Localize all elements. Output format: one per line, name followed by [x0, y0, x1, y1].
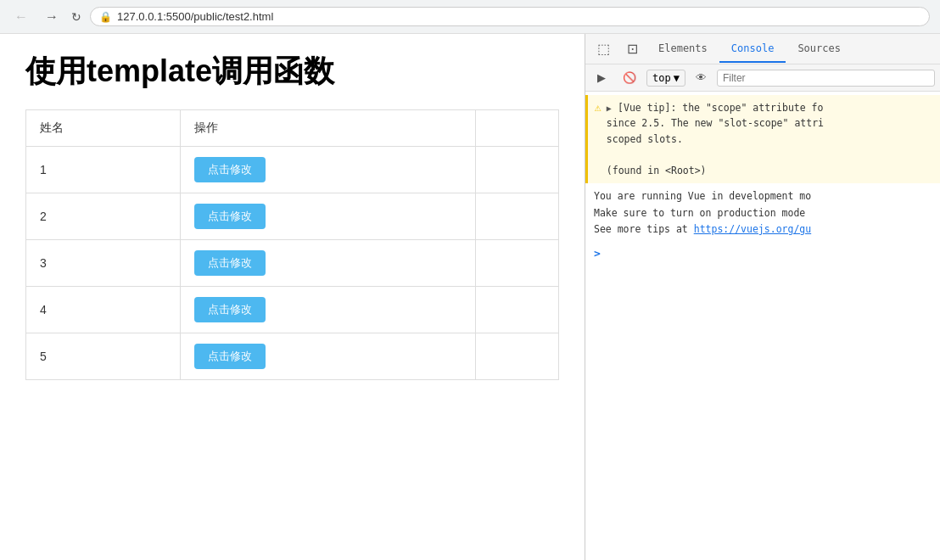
clear-console-button[interactable]: ▶ — [590, 68, 613, 87]
expand-arrow[interactable]: ▶ — [607, 104, 612, 113]
edit-button-2[interactable]: 点击修改 — [194, 204, 266, 229]
edit-button-4[interactable]: 点击修改 — [194, 297, 266, 322]
vuejs-link[interactable]: https://vuejs.org/gu — [694, 223, 811, 235]
tab-sources[interactable]: Sources — [786, 36, 853, 63]
url-text: 127.0.0.1:5500/public/test2.html — [117, 10, 273, 23]
info-line1: You are running Vue in development mo — [594, 190, 811, 202]
row-id-cell: 5 — [26, 333, 181, 380]
console-info-block: You are running Vue in development mo Ma… — [585, 183, 940, 244]
row-empty-cell — [475, 147, 558, 193]
row-id-cell: 2 — [26, 193, 181, 240]
tab-elements[interactable]: Elements — [646, 36, 719, 63]
page-title: 使用template调用函数 — [25, 51, 559, 92]
devtools-panel: ⬚ ⊡ Elements Console Sources ▶ 🚫 top ▼ 👁… — [585, 34, 940, 560]
back-button[interactable]: ← — [10, 8, 32, 26]
row-id-cell: 3 — [26, 240, 181, 287]
tab-console[interactable]: Console — [719, 36, 786, 63]
data-table: 姓名 操作 1点击修改2点击修改3点击修改4点击修改5点击修改 — [25, 109, 559, 380]
table-row: 3点击修改 — [26, 240, 559, 287]
row-empty-cell — [475, 333, 558, 380]
warning-icon: ⚠ — [595, 101, 601, 114]
row-id-cell: 1 — [26, 147, 181, 193]
edit-button-3[interactable]: 点击修改 — [194, 250, 266, 276]
context-label: top — [652, 72, 671, 84]
inspect-element-button[interactable]: ⬚ — [589, 34, 618, 64]
console-warning-block: ⚠ ▶ [Vue tip]: the "scope" attribute fo … — [585, 95, 940, 183]
info-line3: See more tips at — [594, 223, 694, 235]
refresh-button[interactable]: ↻ — [71, 10, 81, 24]
devtools-tabs: ⬚ ⊡ Elements Console Sources — [585, 34, 940, 64]
context-selector[interactable]: top ▼ — [646, 70, 685, 87]
col-empty-header — [475, 110, 558, 147]
table-row: 1点击修改 — [26, 147, 559, 193]
browser-chrome: ← → ↻ 🔒 127.0.0.1:5500/public/test2.html — [0, 0, 940, 34]
content-area: 使用template调用函数 姓名 操作 1点击修改2点击修改3点击修改4点击修… — [0, 34, 940, 560]
table-row: 2点击修改 — [26, 193, 559, 240]
console-prompt[interactable]: > — [585, 244, 940, 263]
row-action-cell: 点击修改 — [180, 287, 475, 333]
console-filter-input[interactable] — [717, 70, 935, 87]
page-content: 使用template调用函数 姓名 操作 1点击修改2点击修改3点击修改4点击修… — [0, 34, 585, 560]
forward-button[interactable]: → — [41, 8, 63, 26]
row-empty-cell — [475, 240, 558, 287]
info-line2: Make sure to turn on production mode — [594, 207, 805, 219]
row-empty-cell — [475, 193, 558, 240]
row-action-cell: 点击修改 — [180, 333, 475, 380]
device-toolbar-button[interactable]: ⊡ — [618, 34, 646, 64]
warning-text-line1: [Vue tip]: the "scope" attribute fo sinc… — [607, 102, 824, 176]
lock-icon: 🔒 — [99, 11, 112, 23]
table-header-row: 姓名 操作 — [26, 110, 559, 147]
context-dropdown-icon: ▼ — [674, 72, 680, 84]
row-action-cell: 点击修改 — [180, 240, 475, 287]
edit-button-5[interactable]: 点击修改 — [194, 344, 266, 369]
table-row: 4点击修改 — [26, 287, 559, 333]
edit-button-1[interactable]: 点击修改 — [194, 157, 266, 182]
row-id-cell: 4 — [26, 287, 181, 333]
block-button[interactable]: 🚫 — [616, 68, 643, 87]
col-action-header: 操作 — [180, 110, 475, 147]
row-empty-cell — [475, 287, 558, 333]
row-action-cell: 点击修改 — [180, 193, 475, 240]
table-row: 5点击修改 — [26, 333, 559, 380]
row-action-cell: 点击修改 — [180, 147, 475, 193]
console-output: ⚠ ▶ [Vue tip]: the "scope" attribute fo … — [585, 92, 940, 560]
address-bar[interactable]: 🔒 127.0.0.1:5500/public/test2.html — [90, 7, 930, 26]
eye-button[interactable]: 👁 — [689, 68, 713, 87]
devtools-toolbar: ▶ 🚫 top ▼ 👁 — [585, 64, 940, 92]
col-name-header: 姓名 — [26, 110, 181, 147]
